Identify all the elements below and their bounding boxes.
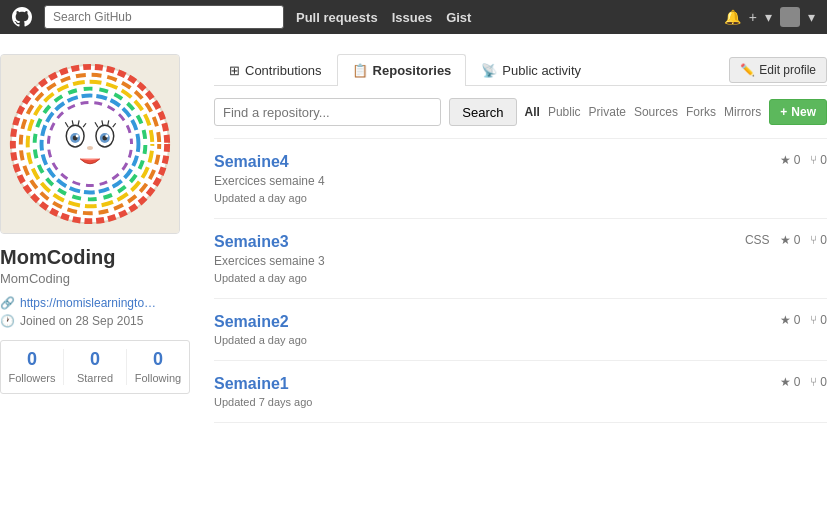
edit-icon: ✏️	[740, 63, 755, 77]
profile-username: MomCoding	[0, 271, 190, 286]
star-icon: ★	[780, 233, 791, 247]
joined-text: Joined on 28 Sep 2015	[20, 314, 143, 328]
notification-icon[interactable]: 🔔	[724, 9, 741, 25]
repo-list: Semaine4Exercices semaine 4Updated a day…	[214, 138, 827, 423]
repo-language: CSS	[745, 233, 770, 247]
repo-name-link[interactable]: Semaine4	[214, 153, 325, 171]
search-input[interactable]	[44, 5, 284, 29]
pull-requests-link[interactable]: Pull requests	[296, 10, 378, 25]
starred-stat[interactable]: 0 Starred	[64, 349, 127, 385]
repo-description: Exercices semaine 4	[214, 174, 325, 188]
followers-stat[interactable]: 0 Followers	[1, 349, 64, 385]
website-link[interactable]: https://momislearningtocode.w...	[20, 296, 160, 310]
profile-tabs: ⊞ Contributions 📋 Repositories 📡 Public …	[214, 54, 827, 86]
dropdown-icon[interactable]: ▾	[765, 9, 772, 25]
svg-point-25	[87, 146, 93, 150]
fork-icon: ⑂	[810, 153, 817, 167]
filter-public[interactable]: Public	[548, 105, 581, 119]
plus-icon[interactable]: +	[749, 9, 757, 25]
repo-item-left: Semaine3Exercices semaine 3Updated a day…	[214, 233, 325, 284]
gist-link[interactable]: Gist	[446, 10, 471, 25]
fork-icon: ⑂	[810, 233, 817, 247]
profile-stats: 0 Followers 0 Starred 0 Following	[0, 340, 190, 394]
tab-public-activity[interactable]: 📡 Public activity	[466, 54, 596, 86]
repo-item-right: ★0⑂0	[780, 313, 827, 327]
following-count: 0	[127, 349, 189, 370]
fork-icon: ⑂	[810, 375, 817, 389]
following-label: Following	[135, 372, 181, 384]
repo-stars: ★0	[780, 313, 801, 327]
repo-name-link[interactable]: Semaine2	[214, 313, 307, 331]
star-icon: ★	[780, 313, 791, 327]
activity-icon: 📡	[481, 63, 497, 78]
clock-icon: 🕐	[0, 314, 15, 328]
main-layout: MomCoding MomCoding 🔗 https://momislearn…	[0, 34, 827, 443]
repo-filter-links: All Public Private Sources Forks Mirrors…	[525, 99, 827, 125]
repo-forks: ⑂0	[810, 153, 827, 167]
repo-stars: ★0	[780, 153, 801, 167]
following-stat[interactable]: 0 Following	[127, 349, 189, 385]
repo-forks: ⑂0	[810, 233, 827, 247]
starred-count: 0	[64, 349, 126, 370]
repo-item: Semaine1Updated 7 days ago★0⑂0	[214, 361, 827, 423]
repo-description: Exercices semaine 3	[214, 254, 325, 268]
repo-search-bar: Search All Public Private Sources Forks …	[214, 98, 827, 126]
tab-contributions[interactable]: ⊞ Contributions	[214, 54, 337, 86]
repo-name-link[interactable]: Semaine3	[214, 233, 325, 251]
top-nav: Pull requests Issues Gist 🔔 + ▾ ▾	[0, 0, 827, 34]
profile-avatar	[0, 54, 180, 234]
repo-search-input[interactable]	[214, 98, 441, 126]
website-meta: 🔗 https://momislearningtocode.w...	[0, 296, 190, 310]
filter-all[interactable]: All	[525, 105, 540, 119]
profile-meta: 🔗 https://momislearningtocode.w... 🕐 Joi…	[0, 296, 190, 328]
github-logo[interactable]	[12, 7, 32, 27]
tab-repositories[interactable]: 📋 Repositories	[337, 54, 467, 86]
repo-stars: ★0	[780, 233, 801, 247]
new-repo-button[interactable]: + New	[769, 99, 827, 125]
repo-updated: Updated a day ago	[214, 272, 325, 284]
star-icon: ★	[780, 375, 791, 389]
filter-forks[interactable]: Forks	[686, 105, 716, 119]
repo-updated: Updated a day ago	[214, 334, 307, 346]
nav-right: 🔔 + ▾ ▾	[724, 7, 815, 27]
filter-private[interactable]: Private	[589, 105, 626, 119]
joined-meta: 🕐 Joined on 28 Sep 2015	[0, 314, 190, 328]
repo-search-button[interactable]: Search	[449, 98, 516, 126]
repo-forks: ⑂0	[810, 313, 827, 327]
new-icon: +	[780, 105, 787, 119]
main-content: ⊞ Contributions 📋 Repositories 📡 Public …	[214, 54, 827, 423]
fork-icon: ⑂	[810, 313, 817, 327]
repositories-icon: 📋	[352, 63, 368, 78]
repo-name-link[interactable]: Semaine1	[214, 375, 312, 393]
filter-sources[interactable]: Sources	[634, 105, 678, 119]
avatar[interactable]	[780, 7, 800, 27]
svg-point-16	[105, 135, 108, 138]
filter-mirrors[interactable]: Mirrors	[724, 105, 761, 119]
svg-point-12	[76, 135, 79, 138]
svg-point-8	[52, 106, 127, 181]
star-icon: ★	[780, 153, 791, 167]
repo-item-left: Semaine1Updated 7 days ago	[214, 375, 312, 408]
repo-stars: ★0	[780, 375, 801, 389]
avatar-dropdown-icon[interactable]: ▾	[808, 9, 815, 25]
search-container	[44, 5, 284, 29]
sidebar: MomCoding MomCoding 🔗 https://momislearn…	[0, 54, 190, 423]
starred-label: Starred	[77, 372, 113, 384]
repo-item: Semaine4Exercices semaine 4Updated a day…	[214, 139, 827, 219]
followers-count: 0	[1, 349, 63, 370]
issues-link[interactable]: Issues	[392, 10, 432, 25]
link-icon: 🔗	[0, 296, 15, 310]
repo-item: Semaine3Exercices semaine 3Updated a day…	[214, 219, 827, 299]
repo-updated: Updated a day ago	[214, 192, 325, 204]
followers-label: Followers	[8, 372, 55, 384]
repo-item-right: ★0⑂0	[780, 375, 827, 389]
repo-item: Semaine2Updated a day ago★0⑂0	[214, 299, 827, 361]
edit-profile-button[interactable]: ✏️ Edit profile	[729, 57, 827, 83]
contributions-icon: ⊞	[229, 63, 240, 78]
profile-name: MomCoding	[0, 246, 190, 269]
nav-links: Pull requests Issues Gist	[296, 10, 712, 25]
repo-updated: Updated 7 days ago	[214, 396, 312, 408]
repo-item-right: ★0⑂0	[780, 153, 827, 167]
repo-forks: ⑂0	[810, 375, 827, 389]
repo-item-left: Semaine4Exercices semaine 4Updated a day…	[214, 153, 325, 204]
